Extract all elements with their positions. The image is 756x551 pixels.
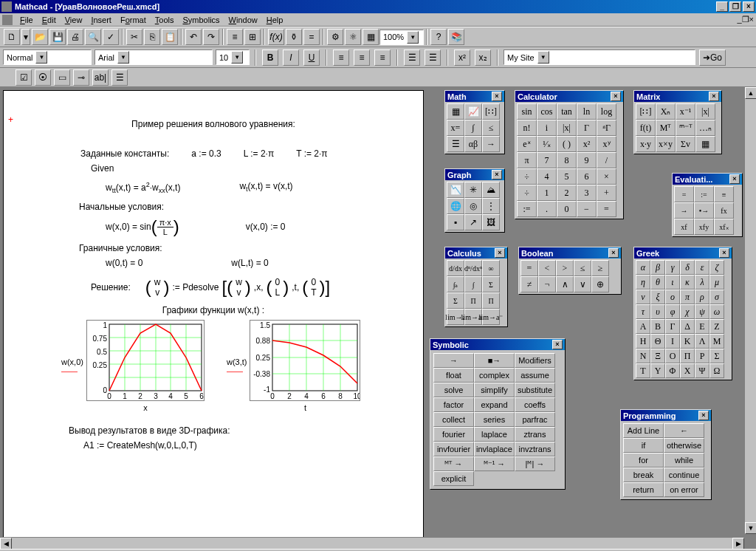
symbolic-btn[interactable]: substitute [515,383,555,397]
symbolic-btn[interactable]: series [474,412,515,427]
calc-btn[interactable]: 2 [557,185,577,201]
eval-btn[interactable]: := [694,186,714,202]
greek-upper-btn[interactable]: Χ [680,363,695,378]
bool-btn[interactable]: > [556,260,574,276]
bool-btn[interactable]: = [520,260,538,276]
greek-upper-btn[interactable]: Ρ [695,349,709,363]
symbolic-btn[interactable]: assume [515,368,555,383]
sub-button[interactable]: x₂ [475,49,491,66]
greek-upper-btn[interactable]: Μ [709,334,724,349]
prog-btn[interactable]: Add Line [623,423,664,438]
symbolic-btn[interactable]: ztrans [515,427,555,442]
symbolic-btn[interactable]: expand [474,397,515,412]
calc-btn[interactable]: 5 [557,168,577,185]
matrix-btn[interactable]: ᵐ⁻ᵀ [676,120,695,136]
greek-upper-btn[interactable]: Β [650,319,665,334]
scroll-down-button[interactable]: ▼ [745,522,756,534]
boolean-palette[interactable]: Boolean× =<>≤≥≠¬∧∨⊕ [518,247,622,295]
close-icon[interactable]: × [492,170,502,179]
matrix-btn[interactable]: [∷] [636,103,656,120]
copy-button[interactable]: ⎘ [144,29,160,45]
greek-btn[interactable]: ψ [695,304,709,319]
calc-btn[interactable]: 1 [537,185,557,201]
symbolic-btn[interactable]: parfrac [515,412,555,427]
menu-symbolics[interactable]: Symbolics [178,14,224,26]
calc-btn[interactable]: ⁿΓ [597,120,616,136]
calculus-btn[interactable]: ∫ₐ [447,276,464,292]
horizontal-scrollbar[interactable]: ◀ ▶ [0,537,744,549]
undo-button[interactable]: ↶ [185,29,202,45]
greek-palette[interactable]: Greek× αβγδεζηθικλμνξοπρστυφχψωΑΒΓΔΕΖΗΘΙ… [633,247,732,380]
scroll-right-button[interactable]: ▶ [732,538,744,549]
calc-btn[interactable]: × [597,168,616,185]
component2-button[interactable]: ⚛ [345,29,361,45]
greek-upper-btn[interactable]: Σ [709,349,724,363]
bool-btn[interactable]: ≤ [574,260,591,276]
close-icon[interactable]: × [552,340,563,349]
eval-btn[interactable]: xfy [694,219,714,235]
calc-btn[interactable]: 4 [537,168,557,185]
symbolic-btn[interactable]: ᴹ⁻¹ → [474,456,515,471]
calc-btn[interactable]: ÷ [517,185,537,201]
prog-btn[interactable]: continue [664,468,704,482]
calculus-btn[interactable]: dⁿ/dxⁿ [464,260,482,276]
close-icon[interactable]: × [698,411,709,420]
calc-btn[interactable]: xʸ [597,136,616,152]
graph-3d-button[interactable]: ⛰ [482,182,500,198]
prog-btn[interactable]: return [623,482,664,497]
matrix-palette[interactable]: Matrix× [∷]Xₙx⁻¹|x|f(t)Mᵀᵐ⁻ᵀ…ₙx·yx×yΣv▦ [633,90,722,154]
checkbox-control-button[interactable]: ☑ [16,69,32,86]
calc-btn[interactable]: tan [557,103,577,120]
greek-btn[interactable]: ξ [650,290,665,304]
eval-btn[interactable]: ≡ [714,186,734,202]
bool-btn[interactable]: ∨ [574,276,591,292]
calc-btn[interactable]: − [577,201,597,217]
symbolic-btn[interactable]: solve [433,383,474,397]
close-icon[interactable]: × [719,248,729,258]
calc-btn[interactable]: eˣ [517,136,537,152]
greek-btn[interactable]: τ [636,304,650,319]
greek-upper-btn[interactable]: Ζ [709,319,724,334]
font-combo[interactable]: Arial [94,49,213,65]
maximize-button[interactable]: ❐ [729,1,741,12]
evaluation-palette[interactable]: Evaluati...× =:=≡→•→fxxfxfyxfₓ [672,173,743,237]
button-control-button[interactable]: ▭ [54,69,70,86]
calc-btn[interactable]: |x| [557,120,577,136]
bool-btn[interactable]: ≠ [520,276,538,292]
greek-btn[interactable]: σ [709,290,724,304]
math-palette[interactable]: Math× ▦ 📈 [∷] x= ∫ ≤ ☰ αβ → [444,90,505,154]
underline-button[interactable]: U [303,49,320,66]
numbers-button[interactable]: ☰ [425,49,441,66]
radio-control-button[interactable]: ⦿ [35,69,51,86]
math-sym-button[interactable]: → [482,136,500,152]
greek-upper-btn[interactable]: Θ [650,334,665,349]
calc-btn[interactable]: 3 [577,185,597,201]
symbolic-btn[interactable]: Modifiers [515,353,555,368]
minimize-button[interactable]: _ [716,1,728,12]
menu-edit[interactable]: Edit [38,14,61,26]
greek-upper-btn[interactable]: Ι [665,334,680,349]
table-button[interactable]: ▦ [362,29,379,45]
greek-btn[interactable]: ρ [695,290,709,304]
calculus-btn[interactable]: Π [464,292,482,309]
close-icon[interactable]: × [729,174,740,184]
calc-btn[interactable]: ÷ [517,168,537,185]
calc-btn[interactable]: . [537,201,557,217]
graph-palette[interactable]: Graph× 📉 ✳ ⛰ 🌐 ◎ ⋮ ▪ ↗ 🖼 [444,168,505,233]
menu-insert[interactable]: Insert [86,14,116,26]
greek-btn[interactable]: ν [636,290,650,304]
greek-btn[interactable]: μ [709,275,724,290]
align-center-button[interactable]: ≡ [354,49,370,66]
greek-upper-btn[interactable]: Δ [680,319,695,334]
calculus-btn[interactable]: ∫ [464,276,482,292]
calc-btn[interactable]: = [597,201,616,217]
prog-btn[interactable]: for [623,453,664,468]
new-arrow-button[interactable]: ▾ [21,29,30,45]
prog-btn[interactable]: if [623,438,664,453]
equals-button[interactable]: = [303,29,320,45]
align-left-button[interactable]: ≡ [333,49,349,66]
matrix-btn[interactable]: Xₙ [656,103,676,120]
calc-btn[interactable]: ln [577,103,597,120]
save-button[interactable]: 💾 [49,29,66,45]
italic-button[interactable]: I [283,49,299,66]
